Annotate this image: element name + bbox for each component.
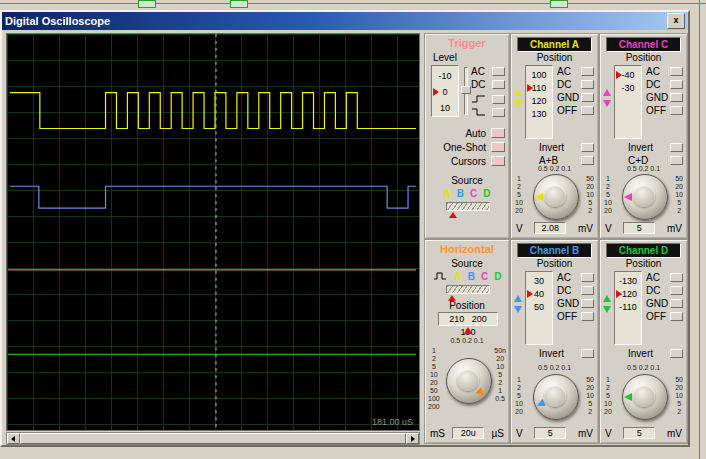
source-c[interactable]: C [481, 271, 488, 282]
right-arrow-icon [411, 436, 415, 442]
scroll-right-button[interactable] [406, 433, 419, 444]
cursors-button[interactable] [491, 156, 505, 166]
channel-b-ac-button[interactable] [581, 273, 594, 282]
channel-b-ac-label: AC [557, 272, 571, 283]
channel-d-off-button[interactable] [670, 312, 683, 321]
schematic-wire [0, 3, 706, 4]
horizontal-knob-scale-right: 50n 20 10 5 2 1 0.5 [494, 347, 506, 403]
channel-a-invert-label: Invert [539, 142, 564, 153]
channel-c-nudge[interactable] [603, 89, 612, 107]
channel-a-value-display: 2.08 [534, 222, 566, 234]
channel-b-position-slider[interactable]: 30 40 50 [525, 271, 553, 345]
channel-d-position-slider[interactable]: -130 -120 -110 [614, 271, 642, 345]
channel-a-nudge[interactable] [514, 89, 523, 107]
nudge-down-icon[interactable] [514, 306, 522, 313]
channel-c-panel: Channel C Position -40 -30 AC DC GND OFF… [599, 33, 688, 239]
channel-b-invert-button[interactable] [581, 349, 594, 358]
channel-c-unit-right: mV [667, 223, 682, 234]
channel-a-panel: Channel A Position 100 110 120 130 AC DC… [510, 33, 599, 239]
channel-d-dc-button[interactable] [670, 286, 683, 295]
trigger-source-slider[interactable] [446, 202, 490, 211]
level-handle[interactable] [461, 86, 471, 94]
channel-b-knob-scale-top: 0.5 0.2 0.1 [511, 364, 598, 371]
channel-d-invert-button[interactable] [670, 349, 683, 358]
nudge-down-icon[interactable] [603, 306, 611, 313]
trigger-panel: Trigger Level -10 0 10 AC DC [424, 33, 510, 239]
horizontal-source-slider[interactable] [446, 285, 490, 294]
channel-c-ac-button[interactable] [670, 67, 683, 76]
channel-d-unit-right: mV [667, 428, 682, 439]
channel-a-off-label: OFF [557, 105, 577, 116]
channel-b-nudge[interactable] [514, 295, 523, 313]
source-c[interactable]: C [470, 188, 477, 199]
source-a[interactable]: A [444, 188, 451, 199]
channel-c-gain-knob[interactable] [622, 174, 668, 220]
trigger-dc-button[interactable] [492, 80, 505, 89]
channel-b-knob-scale-left: 1 2 5 10 20 [515, 376, 523, 416]
nudge-down-icon[interactable] [603, 100, 611, 107]
channel-c-position-slider[interactable]: -40 -30 [614, 65, 642, 139]
channel-c-knob-pointer [624, 193, 632, 201]
channel-c-knob-scale-right: 50 20 10 5 2 [675, 175, 683, 215]
channel-c-dc-button[interactable] [670, 80, 683, 89]
channel-a-gain-knob[interactable] [533, 174, 579, 220]
rising-edge-button[interactable] [492, 95, 505, 104]
channel-d-gnd-button[interactable] [670, 299, 683, 308]
source-b[interactable]: B [457, 188, 464, 199]
scope-display[interactable]: 181.00 uS [6, 33, 420, 431]
schematic-component [138, 0, 156, 8]
nudge-up-icon[interactable] [514, 89, 522, 96]
source-b[interactable]: B [468, 271, 475, 282]
channel-c-gnd-label: GND [646, 92, 668, 103]
close-button[interactable]: x [667, 13, 685, 29]
nudge-down-icon[interactable] [514, 100, 522, 107]
dc-label: DC [471, 79, 485, 90]
source-d[interactable]: D [494, 271, 501, 282]
one-shot-button[interactable] [491, 142, 505, 152]
channel-c-invert-button[interactable] [670, 143, 683, 152]
scroll-left-button[interactable] [7, 433, 20, 444]
nudge-up-icon[interactable] [603, 89, 611, 96]
horizontal-position-slider[interactable]: 210 200 190 [438, 312, 498, 326]
source-a[interactable]: A [455, 271, 462, 282]
channel-d-nudge[interactable] [603, 295, 612, 313]
one-shot-label: One-Shot [443, 142, 486, 153]
titlebar[interactable]: Digital Oscilloscope x [2, 12, 688, 30]
channel-d-gain-knob[interactable] [622, 374, 668, 420]
channel-d-knob-scale-left: 1 2 5 10 20 [604, 376, 612, 416]
trigger-level-slider[interactable]: -10 0 10 [431, 65, 459, 117]
scrollbar-thumb[interactable] [20, 433, 406, 444]
channel-c-gnd-button[interactable] [670, 93, 683, 102]
channel-c-off-button[interactable] [670, 106, 683, 115]
auto-button[interactable] [491, 128, 505, 138]
nudge-up-icon[interactable] [514, 295, 522, 302]
channel-d-ac-button[interactable] [670, 273, 683, 282]
channel-a-position-label: Position [511, 52, 598, 63]
horizontal-unit-right: µS [492, 428, 504, 439]
channel-a-position-marker [527, 84, 533, 92]
trigger-ac-button[interactable] [492, 67, 505, 76]
auto-label: Auto [465, 128, 486, 139]
horizontal-scrollbar[interactable] [6, 432, 420, 445]
channel-a-ac-button[interactable] [581, 67, 594, 76]
timebase-knob[interactable] [446, 358, 492, 404]
channel-a-invert-button[interactable] [581, 143, 594, 152]
channel-a-knob-scale-left: 1 2 5 10 20 [515, 175, 523, 215]
time-readout: 181.00 uS [372, 417, 413, 427]
channel-b-gain-knob[interactable] [533, 374, 579, 420]
cursors-label: Cursors [451, 156, 486, 167]
channel-a-gnd-button[interactable] [581, 93, 594, 102]
channel-b-off-button[interactable] [581, 312, 594, 321]
nudge-up-icon[interactable] [603, 295, 611, 302]
auto-row: Auto [429, 127, 505, 139]
source-d[interactable]: D [483, 188, 490, 199]
trigger-source-letters: A B C D [425, 188, 509, 199]
channel-a-position-slider[interactable]: 100 110 120 130 [525, 65, 553, 139]
channel-a-sum-button[interactable] [581, 156, 594, 165]
channel-a-dc-button[interactable] [581, 80, 594, 89]
falling-edge-button[interactable] [492, 108, 505, 117]
channel-c-sum-button[interactable] [670, 156, 683, 165]
channel-b-dc-button[interactable] [581, 286, 594, 295]
channel-a-off-button[interactable] [581, 106, 594, 115]
channel-b-gnd-button[interactable] [581, 299, 594, 308]
